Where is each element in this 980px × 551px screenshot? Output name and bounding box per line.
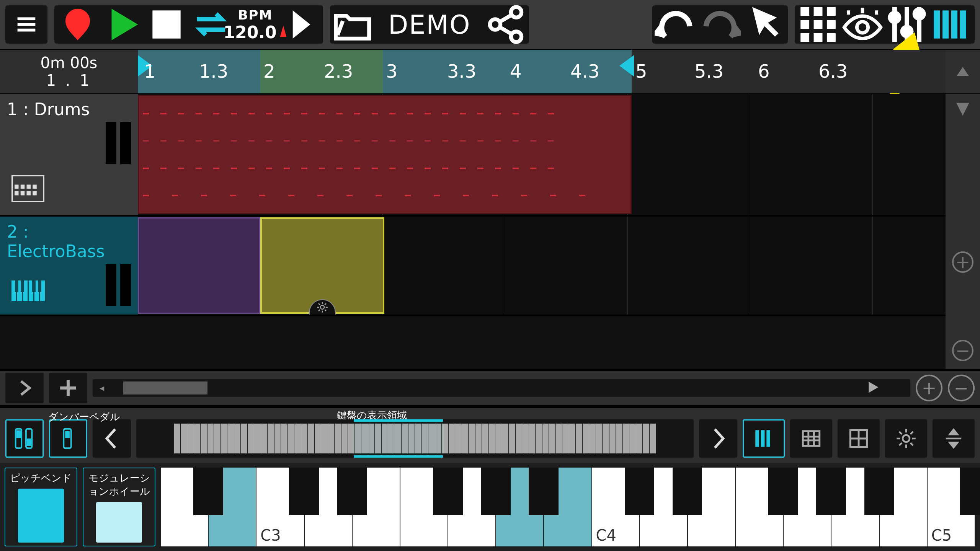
svg-rect-3 [152, 10, 180, 38]
view-group [795, 5, 975, 44]
svg-point-5 [490, 19, 500, 30]
project-group: DEMO [330, 5, 529, 44]
svg-rect-29 [15, 191, 19, 196]
svg-point-55 [903, 435, 910, 442]
keys-icon [11, 280, 46, 303]
pedal-mode-a-button[interactable] [5, 419, 44, 458]
bass-clip-b-selected[interactable] [260, 217, 384, 314]
bpm-display[interactable]: BPM 120.0 [234, 8, 276, 41]
svg-rect-20 [934, 10, 940, 38]
bpm-label: BPM [238, 7, 273, 23]
black-key[interactable] [864, 468, 894, 515]
black-key[interactable] [289, 468, 319, 515]
keyboard-toggle-button[interactable] [930, 8, 972, 41]
ruler-scroll-up[interactable] [946, 50, 980, 93]
track-lane-drums[interactable] [138, 94, 946, 215]
svg-rect-31 [27, 191, 31, 196]
svg-rect-53 [803, 431, 820, 446]
pedal-mode-b-button[interactable] [49, 419, 87, 458]
black-key[interactable] [816, 468, 846, 515]
mini-keyboard-overview[interactable] [136, 419, 694, 458]
transport-position[interactable]: 0m 00s 1 . 1 [0, 50, 138, 93]
scrollbar-thumb[interactable] [123, 381, 207, 395]
horizontal-scroll-strip: ◀ + − [0, 369, 980, 407]
svg-rect-13 [800, 33, 809, 42]
eye-view-button[interactable] [841, 8, 884, 41]
svg-point-16 [857, 22, 868, 33]
svg-rect-39 [15, 280, 18, 292]
expand-button[interactable] [5, 373, 44, 403]
track-side-column: ▼ + − [946, 94, 980, 369]
black-key[interactable] [673, 468, 702, 515]
svg-rect-12 [827, 20, 836, 29]
keyboard-mode-button[interactable] [743, 419, 785, 458]
position-label: 1 . 1 [46, 72, 91, 89]
app-root: BPM 120.0 DEMO [0, 0, 980, 551]
bass-clip-a[interactable] [138, 217, 260, 314]
undo-button[interactable] [655, 8, 697, 41]
clip-settings-button[interactable] [309, 299, 336, 315]
track-lane-bass[interactable] [138, 217, 946, 315]
black-key[interactable] [625, 468, 655, 515]
piano-keyboard[interactable]: C3C4C5 [161, 468, 975, 546]
black-key[interactable] [433, 468, 463, 515]
play-button[interactable] [101, 8, 143, 41]
pitch-bend-wheel[interactable] [18, 489, 64, 543]
timeline-ruler[interactable]: 1 1.3 2 2.3 3 3.3 4 4.3 5 5.3 6 6.3 [138, 50, 946, 93]
black-key[interactable] [768, 468, 798, 515]
share-button[interactable] [485, 8, 527, 41]
track-header-drums[interactable]: 1 : Drums [0, 94, 138, 215]
zoom-out-horizontal-button[interactable]: − [948, 375, 975, 401]
zoom-in-vertical-button[interactable]: + [952, 251, 973, 273]
svg-rect-23 [960, 10, 966, 38]
pitch-bend-box: ピッチベンド [5, 468, 77, 546]
octave-down-button[interactable] [93, 419, 131, 458]
top-toolbar: BPM 120.0 DEMO [0, 0, 980, 50]
black-key[interactable] [337, 468, 367, 515]
black-key[interactable] [529, 468, 559, 515]
modulation-wheel[interactable] [96, 502, 142, 543]
svg-point-17 [890, 13, 899, 22]
svg-rect-49 [65, 431, 70, 438]
zoom-in-horizontal-button[interactable]: + [916, 375, 942, 401]
track-header-bass[interactable]: 2 : ElectroBass [0, 217, 138, 315]
black-key[interactable] [960, 468, 980, 515]
scroll-down-icon[interactable]: ▼ [956, 98, 969, 117]
svg-point-4 [511, 7, 521, 18]
svg-point-6 [511, 31, 521, 42]
svg-rect-28 [33, 185, 37, 189]
svg-rect-46 [17, 431, 20, 437]
pad-mode-button[interactable] [838, 419, 880, 458]
svg-rect-11 [814, 20, 823, 29]
mixer-button[interactable] [886, 8, 928, 41]
svg-rect-51 [761, 430, 765, 447]
menu-button[interactable] [5, 5, 47, 44]
black-key[interactable] [193, 468, 223, 515]
open-folder-button[interactable] [332, 8, 374, 41]
project-title[interactable]: DEMO [377, 10, 482, 40]
zoom-out-vertical-button[interactable]: − [952, 340, 973, 361]
svg-rect-47 [28, 439, 31, 445]
grid-view-button[interactable] [797, 8, 839, 41]
octave-up-button[interactable] [699, 419, 737, 458]
redo-button[interactable] [699, 8, 741, 41]
record-button[interactable] [57, 8, 99, 41]
svg-rect-14 [814, 33, 823, 42]
black-key[interactable] [481, 468, 511, 515]
add-button[interactable] [49, 373, 87, 403]
svg-rect-52 [766, 430, 770, 447]
transport-group: BPM 120.0 [54, 5, 323, 44]
drum-clip[interactable] [138, 95, 632, 214]
keyboard-settings-button[interactable] [885, 419, 927, 458]
stop-button[interactable] [145, 8, 188, 41]
chord-mode-button[interactable] [790, 419, 832, 458]
horizontal-scrollbar[interactable]: ◀ [93, 379, 910, 397]
svg-rect-26 [21, 185, 25, 189]
keyboard-area: ピッチベンド モジュレーションホイール C3C4C5 [0, 463, 980, 551]
split-resize-button[interactable] [933, 419, 975, 458]
svg-rect-10 [800, 20, 809, 29]
next-button[interactable] [279, 8, 321, 41]
pointer-tool-button[interactable] [743, 8, 786, 41]
svg-rect-8 [814, 7, 823, 16]
svg-rect-30 [21, 191, 25, 196]
